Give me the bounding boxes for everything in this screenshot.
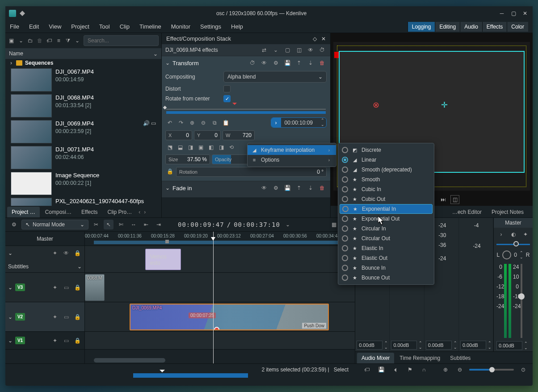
timer-icon[interactable]: ⏱ (318, 46, 327, 54)
keyframe-timecode[interactable]: › 00:00:10:09 ⌃⌄ (271, 117, 327, 128)
tab-next[interactable]: › (143, 207, 147, 217)
workspace-color[interactable]: Color (507, 22, 528, 32)
thumb-icon[interactable]: ▭ (62, 283, 71, 292)
thumb-icon[interactable]: ▭ (62, 336, 71, 345)
kf-paste-icon[interactable]: 📋 (221, 118, 230, 127)
filter-dropdown[interactable]: ⌄ (74, 36, 81, 46)
sequences-folder[interactable]: › Sequences (5, 59, 161, 67)
fx-icon[interactable]: ✦ (50, 313, 59, 321)
zoom-slider[interactable] (469, 369, 514, 371)
eye-icon[interactable]: 👁 (260, 58, 269, 67)
interp-elastic-out[interactable]: ★Elastic Out (338, 253, 434, 263)
chevron-down-icon[interactable]: ⌄ (271, 46, 280, 54)
composition-label[interactable]: Push Dow (302, 323, 326, 329)
track-badge-v1[interactable]: V1 (15, 337, 25, 344)
tab-prev[interactable]: ‹ (137, 207, 142, 217)
lock-icon[interactable]: 🔒 (73, 336, 82, 345)
eye-icon[interactable]: 👁 (260, 183, 269, 192)
interp-circular-in[interactable]: ★Circular In (338, 224, 434, 234)
clip-item[interactable]: DJI_0068.MP4 00:01:33:54 [2] (5, 93, 161, 119)
reset-icon[interactable]: ⟲ (227, 143, 236, 152)
link-icon[interactable]: ⇄ (260, 46, 269, 54)
interp-cubic-out[interactable]: ★Cubic Out (338, 194, 434, 204)
grid-icon[interactable]: ▦ (329, 220, 339, 229)
kf-next-icon[interactable]: ↷ (177, 118, 185, 127)
search-input[interactable] (84, 35, 159, 46)
lock-icon[interactable]: 🔒 (73, 283, 82, 292)
interp-discrete[interactable]: ◩Discrete (338, 145, 434, 155)
delete-effect-icon[interactable]: 🗑 (318, 183, 327, 192)
delete-button[interactable]: 🗑 (36, 36, 43, 46)
collapse-icon[interactable]: ⌄ (8, 250, 13, 256)
timeline-scrollbar[interactable] (94, 358, 165, 363)
menu-options[interactable]: ≡ Options › (248, 155, 336, 165)
mono-icon[interactable]: ◐ (509, 230, 518, 239)
master-db-field[interactable]: 0.00dB (496, 341, 522, 350)
db-field[interactable]: 0.00dB (357, 341, 382, 350)
keyframe-submenu[interactable]: ◢ Keyframe interpolation › ≡ Options › (247, 143, 336, 167)
lock-icon[interactable]: 🔒 (165, 167, 174, 176)
menu-project[interactable]: Project (71, 23, 89, 30)
razor-icon[interactable]: ✂ (91, 220, 101, 229)
pin-icon[interactable] (20, 11, 25, 16)
clip-item[interactable]: DJI_0067.MP4 00:00:14:59 (5, 67, 161, 93)
menu-edit[interactable]: Edit (29, 23, 39, 30)
interp-bounce-out[interactable]: ★Bounce Out (338, 273, 434, 283)
size-field[interactable]: Size37.50 % (165, 154, 210, 164)
x-field[interactable]: X0 (165, 130, 192, 140)
volume-slider[interactable] (521, 264, 522, 338)
settings-icon[interactable]: ⚙ (271, 58, 280, 67)
interp-cubic-in[interactable]: ★Cubic In (338, 184, 434, 194)
align-top-icon[interactable]: ⬓ (176, 143, 185, 152)
interp-circular-out[interactable]: ★Circular Out (338, 234, 434, 243)
eye-icon[interactable]: 👁 (306, 46, 315, 54)
timeline-clip-selected[interactable]: DJI_0069.MP4 00:00:07:25 Push Dow (130, 304, 329, 330)
menu-help[interactable]: Help (231, 23, 243, 30)
collapse-icon[interactable]: ⌄ (165, 60, 170, 66)
edit-mode-select[interactable]: ↖ Normal Mode ⌄ (21, 220, 88, 229)
timeline-zone[interactable] (94, 241, 344, 244)
collapse-icon[interactable]: ⌄ (8, 284, 13, 291)
close-button[interactable]: ✕ (521, 9, 529, 17)
chevron-down-icon[interactable]: ⌄ (283, 220, 293, 229)
tab-speech-editor[interactable]: …ech Editor (448, 207, 486, 217)
interp-elastic-in[interactable]: ★Elastic In (338, 243, 434, 253)
arrow-right-icon[interactable]: › (271, 118, 281, 127)
menu-keyframe-interpolation[interactable]: ◢ Keyframe interpolation › (248, 145, 336, 155)
interp-exponential-out[interactable]: ★Exponential Out (338, 214, 434, 224)
distort-checkbox[interactable] (223, 85, 231, 92)
settings-icon[interactable]: ⚙ (271, 183, 280, 192)
scissors-icon[interactable]: ✄ (116, 220, 126, 229)
track-badge-v2[interactable]: V2 (15, 313, 25, 321)
workspace-effects[interactable]: Effects (482, 22, 507, 32)
fx-icon[interactable]: ✦ (50, 336, 59, 345)
clip-item[interactable]: PXL_20240621_190740447-60fps (5, 196, 161, 206)
interp-smooth-deprecated-[interactable]: ◢Smooth (deprecated) (338, 165, 434, 175)
save-preset-icon[interactable]: 💾 (283, 183, 292, 192)
maximize-button[interactable]: ▢ (509, 9, 517, 17)
db-field[interactable]: 0.00dB (426, 341, 452, 350)
menu-settings[interactable]: Settings (200, 23, 221, 30)
filter-button[interactable]: ⧩ (65, 36, 71, 46)
clip-item[interactable]: Image Sequence 00:00:00:22 [1] (5, 171, 161, 196)
collapse-icon[interactable]: ⌄ (165, 185, 170, 191)
anchor-icon[interactable]: ⊗ (373, 100, 379, 110)
move-up-icon[interactable]: ⇡ (294, 58, 303, 67)
tab-time-remapping[interactable]: Time Remapping (395, 353, 445, 363)
keyframe-marker[interactable] (232, 103, 237, 107)
list-button[interactable]: ≡ (55, 36, 62, 46)
y-field[interactable]: Y0 (194, 130, 221, 140)
skip-forward-icon[interactable]: ⏭ (439, 195, 448, 204)
lock-icon[interactable]: 🔒 (73, 313, 82, 321)
subtitle-track-label[interactable]: Subtitles (8, 263, 29, 270)
guide-marker[interactable] (165, 240, 169, 243)
menu-file[interactable]: File (10, 23, 19, 30)
chevron-down-icon[interactable]: ⌄ (77, 263, 82, 270)
expand-icon[interactable]: › (497, 230, 506, 239)
workspace-logging[interactable]: Logging (408, 22, 435, 32)
delete-effect-icon[interactable]: 🗑 (318, 58, 327, 67)
move-down-icon[interactable]: ⇣ (306, 183, 315, 192)
kf-prev-icon[interactable]: ↶ (165, 118, 174, 127)
move-up-icon[interactable]: ⇡ (294, 183, 303, 192)
minimize-button[interactable]: ─ (498, 9, 506, 17)
